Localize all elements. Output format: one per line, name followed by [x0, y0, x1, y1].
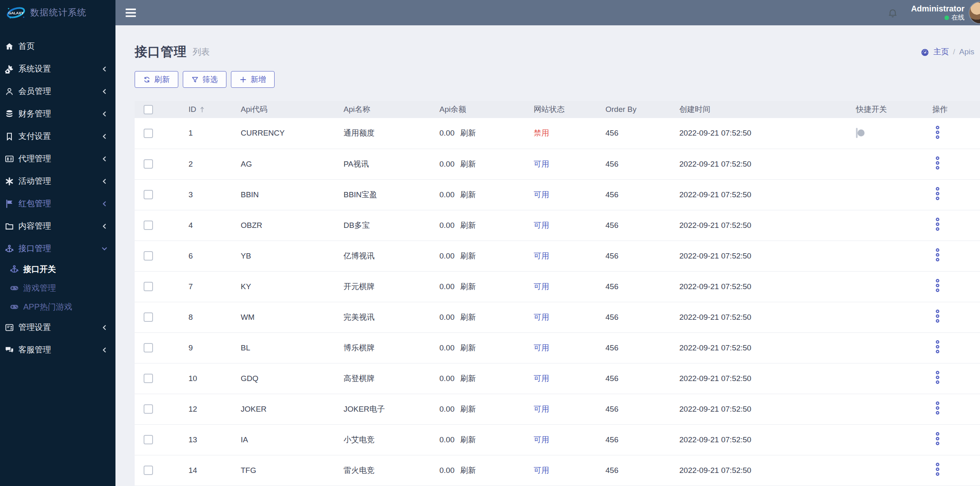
- sidebar-item-user[interactable]: 会员管理: [0, 80, 115, 103]
- sidebar-item-asterisk[interactable]: 活动管理: [0, 170, 115, 192]
- refresh-balance-link[interactable]: 刷新: [460, 129, 476, 137]
- cell-created: 2022-09-21 07:52:50: [679, 271, 856, 302]
- refresh-balance-link[interactable]: 刷新: [460, 160, 476, 168]
- cell-status: 可用: [534, 332, 605, 363]
- app-logo[interactable]: GALAXY 数据统计系统: [0, 0, 115, 25]
- row-checkbox[interactable]: [144, 466, 153, 475]
- row-checkbox[interactable]: [144, 190, 153, 199]
- sidebar-item-flag[interactable]: 红包管理: [0, 192, 115, 215]
- row-checkbox[interactable]: [144, 435, 153, 444]
- refresh-balance-link[interactable]: 刷新: [460, 435, 476, 444]
- sidebar-item-anchor[interactable]: 接口开关: [0, 260, 115, 279]
- row-actions-menu-icon[interactable]: [935, 370, 940, 384]
- cell-status: 可用: [534, 363, 605, 394]
- cell-balance: 0.00刷新: [439, 118, 534, 149]
- table-row: 6 YB 亿博视讯 0.00刷新 可用 456 2022-09-21 07:52…: [135, 241, 980, 271]
- col-code[interactable]: Api代码: [241, 101, 344, 118]
- cell-created: 2022-09-21 07:52:50: [679, 394, 856, 424]
- refresh-balance-link[interactable]: 刷新: [460, 343, 476, 352]
- row-checkbox[interactable]: [144, 312, 153, 322]
- cell-created: 2022-09-21 07:52:50: [679, 241, 856, 271]
- select-all-checkbox[interactable]: [144, 105, 153, 114]
- cell-order: 456: [605, 241, 679, 271]
- chevron-left-icon: [102, 89, 107, 94]
- row-actions-menu-icon[interactable]: [935, 125, 940, 139]
- cell-id: 4: [188, 210, 241, 241]
- cell-id: 7: [188, 271, 241, 302]
- breadcrumb-home[interactable]: 主页: [933, 47, 949, 57]
- sidebar-item-label: 代理管理: [18, 153, 102, 164]
- chevron-left-icon: [102, 325, 107, 330]
- refresh-balance-link[interactable]: 刷新: [460, 252, 476, 260]
- row-checkbox[interactable]: [144, 129, 153, 138]
- row-checkbox[interactable]: [144, 282, 153, 291]
- row-actions-menu-icon[interactable]: [935, 279, 940, 292]
- sidebar-item-label: 游戏管理: [23, 283, 107, 294]
- sidebar-item-badge[interactable]: 管理设置: [0, 316, 115, 339]
- row-actions-menu-icon[interactable]: [935, 340, 940, 354]
- sidebar-item-icon: [4, 154, 15, 163]
- row-checkbox[interactable]: [144, 159, 153, 169]
- refresh-balance-link[interactable]: 刷新: [460, 221, 476, 230]
- refresh-balance-link[interactable]: 刷新: [460, 313, 476, 321]
- sidebar-item-folder[interactable]: 内容管理: [0, 215, 115, 237]
- sidebar-item-comments[interactable]: 客服管理: [0, 339, 115, 361]
- sidebar-item-home[interactable]: 首页: [0, 35, 115, 58]
- row-actions-menu-icon[interactable]: [935, 187, 940, 201]
- cell-name: 通用额度: [344, 118, 439, 149]
- row-actions-menu-icon[interactable]: [935, 462, 940, 476]
- col-order[interactable]: Order By: [605, 101, 679, 118]
- filter-icon: [191, 76, 199, 83]
- col-created[interactable]: 创建时间: [679, 101, 856, 118]
- notifications-bell-icon[interactable]: [887, 7, 898, 18]
- user-menu[interactable]: Administrator 在线: [911, 4, 964, 22]
- cell-id: 13: [188, 424, 241, 455]
- sidebar-item-gamepad[interactable]: 游戏管理: [0, 279, 115, 297]
- cell-balance: 0.00刷新: [439, 455, 534, 486]
- page-header: 接口管理 列表 主页 / Apis: [135, 43, 980, 60]
- row-actions-menu-icon[interactable]: [935, 309, 940, 323]
- refresh-balance-link[interactable]: 刷新: [460, 405, 476, 413]
- sidebar-item-gamepad[interactable]: APP热门游戏: [0, 297, 115, 316]
- row-actions-menu-icon[interactable]: [935, 248, 940, 262]
- refresh-balance-link[interactable]: 刷新: [460, 190, 476, 199]
- sidebar-item-bookmark[interactable]: 支付设置: [0, 125, 115, 147]
- add-button[interactable]: 新增: [231, 71, 275, 88]
- cell-balance: 0.00刷新: [439, 394, 534, 424]
- sidebar-item-anchor[interactable]: 接口管理: [0, 237, 115, 260]
- table-row: 10 GDQ 高登棋牌 0.00刷新 可用 456 2022-09-21 07:…: [135, 363, 980, 394]
- main-content: 接口管理 列表 主页 / Apis 刷新 筛选 新增: [115, 25, 980, 486]
- sidebar-item-cogs[interactable]: 系统设置: [0, 58, 115, 80]
- row-checkbox[interactable]: [144, 404, 153, 414]
- hamburger-menu-icon[interactable]: [116, 0, 145, 25]
- row-checkbox[interactable]: [144, 374, 153, 383]
- avatar[interactable]: [969, 1, 980, 24]
- cell-balance: 0.00刷新: [439, 363, 534, 394]
- row-actions-menu-icon[interactable]: [935, 217, 940, 231]
- cell-id: 10: [188, 363, 241, 394]
- refresh-balance-link[interactable]: 刷新: [460, 374, 476, 383]
- refresh-balance-link[interactable]: 刷新: [460, 282, 476, 291]
- sort-asc-icon[interactable]: [200, 105, 205, 114]
- row-checkbox[interactable]: [144, 251, 153, 261]
- cell-status: 可用: [534, 455, 605, 486]
- sidebar-item-icon: [4, 87, 15, 96]
- row-actions-menu-icon[interactable]: [935, 401, 940, 415]
- col-name[interactable]: Api名称: [344, 101, 439, 118]
- cell-id: 8: [188, 302, 241, 332]
- col-id[interactable]: ID: [188, 101, 241, 118]
- cell-code: OBZR: [241, 210, 344, 241]
- row-checkbox[interactable]: [144, 343, 153, 352]
- sidebar-item-database[interactable]: 财务管理: [0, 103, 115, 125]
- row-checkbox[interactable]: [144, 221, 153, 230]
- cell-code: BBIN: [241, 179, 344, 210]
- row-actions-menu-icon[interactable]: [935, 432, 940, 446]
- refresh-button[interactable]: 刷新: [135, 71, 178, 88]
- sidebar-item-idcard[interactable]: 代理管理: [0, 147, 115, 170]
- quick-switch-toggle[interactable]: [856, 128, 858, 138]
- api-table: ID Api代码 Api名称 Api余额 网站状态 Order By 创建时间 …: [135, 101, 980, 486]
- sidebar-item-label: 首页: [18, 41, 107, 52]
- filter-button[interactable]: 筛选: [183, 71, 226, 88]
- refresh-balance-link[interactable]: 刷新: [460, 466, 476, 475]
- row-actions-menu-icon[interactable]: [935, 156, 940, 170]
